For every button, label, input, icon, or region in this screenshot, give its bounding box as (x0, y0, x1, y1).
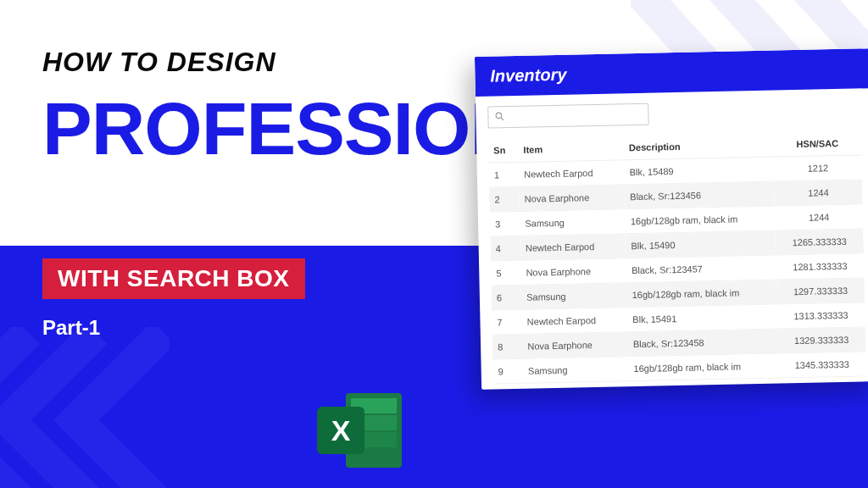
title-line-1: PROFESSIONAL (42, 93, 517, 164)
cell-sn: 1 (489, 162, 520, 187)
cell-desc: Black, Sr:123458 (628, 329, 778, 357)
part-label: Part-1 (42, 316, 517, 340)
cell-desc: Blk, 15490 (626, 230, 776, 258)
cell-hsn: 1244 (774, 180, 862, 206)
cell-item: Nova Earphone (522, 332, 628, 359)
search-icon (494, 111, 504, 123)
inventory-table: Sn Item Description HSN/SAC 1Newtech Ear… (488, 130, 866, 384)
col-header-sn: Sn (488, 138, 519, 163)
cell-desc: 16gb/128gb ram, black im (628, 353, 778, 381)
col-header-hsn: HSN/SAC (773, 130, 861, 157)
cell-item: Nova Earphone (519, 185, 625, 212)
cell-hsn: 1329.333333 (777, 327, 865, 353)
cell-item: Samsung (523, 357, 629, 384)
cell-item: Samsung (521, 283, 627, 310)
kicker-text: HOW TO DESIGN (42, 47, 517, 78)
cell-sn: 5 (491, 260, 521, 286)
col-header-desc: Description (624, 133, 774, 160)
cell-sn: 7 (492, 309, 522, 335)
col-header-item: Item (518, 136, 624, 162)
search-wrap (487, 98, 860, 128)
svg-line-8 (501, 118, 504, 120)
svg-point-7 (496, 113, 502, 119)
cell-desc: Blk, 15489 (624, 157, 774, 185)
cell-sn: 8 (492, 334, 523, 359)
cell-item: Nova Earphone (520, 258, 626, 286)
subtitle-badge: WITH SEARCH BOX (42, 258, 305, 299)
cell-desc: Blk, 15491 (627, 304, 777, 332)
cell-sn: 9 (492, 358, 523, 384)
cell-item: Samsung (520, 209, 626, 236)
cell-hsn: 1281.333333 (776, 253, 864, 280)
cell-hsn: 1297.333333 (776, 278, 865, 304)
cell-item: Newtech Earpod (521, 308, 627, 335)
cell-sn: 6 (492, 285, 522, 310)
cell-hsn: 1313.333333 (776, 302, 865, 329)
svg-text:X: X (331, 414, 351, 446)
cell-sn: 3 (490, 211, 520, 236)
inventory-card: Inventory Sn Item Description HSN/SAC (475, 48, 868, 390)
cell-desc: 16gb/128gb ram, black im (626, 206, 776, 234)
cell-hsn: 1212 (774, 155, 862, 181)
cell-desc: Black, Sr:123457 (626, 255, 776, 283)
cell-hsn: 1345.333333 (778, 352, 866, 378)
heading-block: HOW TO DESIGN PROFESSIONAL TABLE WITH SE… (42, 47, 517, 340)
cell-hsn: 1244 (775, 204, 863, 230)
search-input[interactable] (487, 103, 649, 129)
title-line-2: TABLE (42, 166, 517, 237)
cell-sn: 2 (489, 186, 520, 212)
cell-item: Newtech Earpod (519, 160, 625, 187)
cell-hsn: 1265.333333 (776, 229, 864, 255)
cell-desc: Black, Sr:123456 (625, 181, 775, 209)
cell-desc: 16gb/128gb ram, black im (626, 280, 776, 308)
cell-sn: 4 (490, 236, 520, 261)
card-body: Sn Item Description HSN/SAC 1Newtech Ear… (476, 88, 868, 390)
excel-icon: X (314, 388, 407, 473)
cell-item: Newtech Earpod (520, 234, 626, 261)
